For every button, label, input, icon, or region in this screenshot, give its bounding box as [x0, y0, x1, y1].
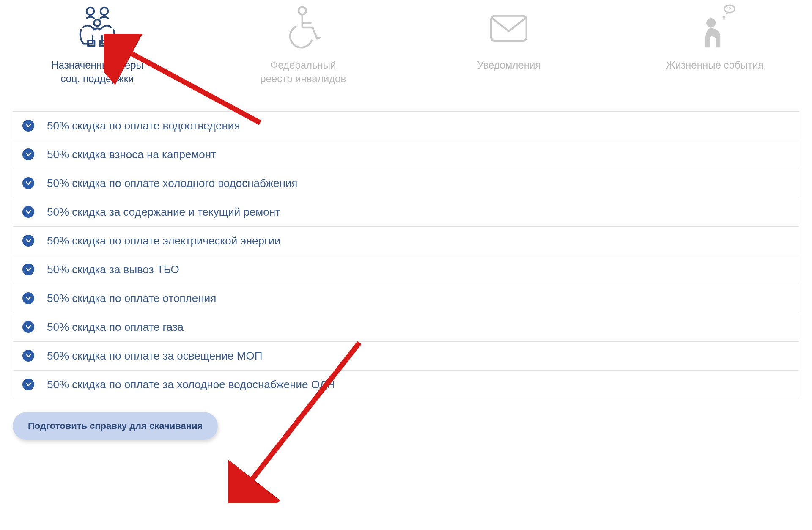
prepare-download-button[interactable]: Подготовить справку для скачивания: [13, 412, 218, 440]
chevron-down-icon: [22, 148, 34, 160]
tab-social-support[interactable]: Назначенные меры соц. поддержки: [30, 4, 165, 86]
item-label: 50% скидка по оплате за холодное водосна…: [47, 378, 335, 391]
svg-point-2: [94, 19, 100, 26]
item-label: 50% скидка взноса на капремонт: [47, 148, 216, 161]
item-label: 50% скидка по оплате отопления: [47, 292, 216, 305]
tabs-row: Назначенные меры соц. поддержки Федераль…: [13, 4, 799, 99]
chevron-down-icon: [22, 206, 34, 218]
wheelchair-icon: [280, 4, 326, 51]
list-item[interactable]: 50% скидка за вывоз ТБО: [13, 255, 799, 284]
svg-rect-6: [491, 16, 527, 41]
svg-point-7: [706, 18, 716, 27]
list-item[interactable]: 50% скидка по оплате за освещение МОП: [13, 342, 799, 371]
list-item[interactable]: 50% скидка взноса на капремонт: [13, 140, 799, 169]
list-item[interactable]: 50% скидка за содержание и текущий ремон…: [13, 198, 799, 227]
svg-point-5: [299, 7, 306, 15]
svg-point-0: [87, 8, 94, 15]
tab-label: Федеральный реестр инвалидов: [260, 58, 346, 86]
item-label: 50% скидка по оплате водоотведения: [47, 119, 240, 132]
chevron-down-icon: [22, 292, 34, 304]
tab-disabled-registry[interactable]: Федеральный реестр инвалидов: [236, 4, 371, 86]
item-label: 50% скидка за содержание и текущий ремон…: [47, 206, 280, 219]
chevron-down-icon: [22, 321, 34, 333]
item-label: 50% скидка по оплате электрической энерг…: [47, 234, 280, 247]
chevron-down-icon: [22, 120, 34, 132]
list-item[interactable]: 50% скидка по оплате отопления: [13, 284, 799, 313]
chevron-down-icon: [22, 177, 34, 189]
chevron-down-icon: [22, 235, 34, 247]
tab-life-events[interactable]: ? Жизненные события: [647, 4, 782, 72]
list-item[interactable]: 50% скидка по оплате холодного водоснабж…: [13, 169, 799, 198]
item-label: 50% скидка по оплате за освещение МОП: [47, 349, 262, 362]
svg-text:?: ?: [728, 6, 732, 13]
chevron-down-icon: [22, 264, 34, 275]
list-item[interactable]: 50% скидка по оплате электрической энерг…: [13, 227, 799, 255]
thinking-person-icon: ?: [691, 4, 738, 51]
tab-notifications[interactable]: Уведомления: [441, 4, 576, 72]
item-label: 50% скидка за вывоз ТБО: [47, 263, 179, 276]
tab-label: Назначенные меры соц. поддержки: [51, 58, 143, 86]
list-item[interactable]: 50% скидка по оплате за холодное водосна…: [13, 371, 799, 399]
tab-label: Уведомления: [477, 58, 540, 72]
svg-point-8: [723, 16, 726, 19]
tab-label: Жизненные события: [666, 58, 763, 72]
chevron-down-icon: [22, 379, 34, 390]
envelope-icon: [486, 4, 532, 51]
benefits-list: 50% скидка по оплате водоотведения 50% с…: [13, 111, 799, 399]
list-item[interactable]: 50% скидка по оплате газа: [13, 313, 799, 342]
chevron-down-icon: [22, 350, 34, 362]
item-label: 50% скидка по оплате газа: [47, 321, 184, 334]
list-item[interactable]: 50% скидка по оплате водоотведения: [13, 112, 799, 140]
item-label: 50% скидка по оплате холодного водоснабж…: [47, 177, 297, 190]
family-support-icon: [74, 4, 121, 51]
svg-point-1: [101, 8, 108, 15]
